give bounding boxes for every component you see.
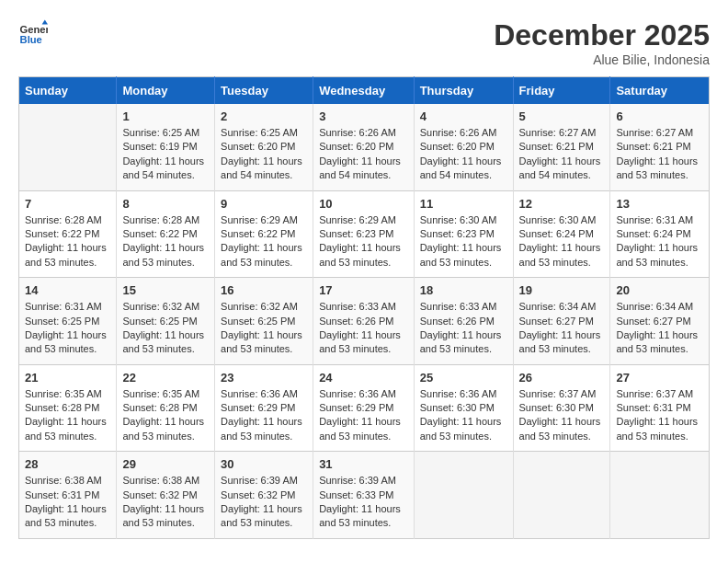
day-number: 7 — [25, 197, 110, 211]
calendar-week-row: 7Sunrise: 6:28 AM Sunset: 6:22 PM Daylig… — [19, 190, 710, 278]
calendar-cell: 9Sunrise: 6:29 AM Sunset: 6:22 PM Daylig… — [215, 190, 313, 278]
day-number: 13 — [616, 197, 703, 211]
calendar-cell: 17Sunrise: 6:33 AM Sunset: 6:26 PM Dayli… — [313, 278, 415, 365]
month-year-title: December 2025 — [494, 18, 710, 52]
header-sunday: Sunday — [19, 77, 117, 105]
header-friday: Friday — [513, 77, 610, 105]
calendar-cell: 20Sunrise: 6:34 AM Sunset: 6:27 PM Dayli… — [610, 278, 710, 365]
logo-icon: General Blue — [18, 18, 48, 48]
day-info: Sunrise: 6:26 AM Sunset: 6:20 PM Dayligh… — [420, 126, 507, 183]
day-info: Sunrise: 6:29 AM Sunset: 6:22 PM Dayligh… — [221, 213, 307, 270]
day-number: 3 — [319, 109, 408, 123]
day-number: 18 — [420, 283, 507, 297]
day-number: 24 — [319, 371, 408, 385]
calendar-cell: 26Sunrise: 6:37 AM Sunset: 6:30 PM Dayli… — [513, 364, 610, 452]
calendar-cell: 3Sunrise: 6:26 AM Sunset: 6:20 PM Daylig… — [313, 104, 415, 190]
calendar-cell: 23Sunrise: 6:36 AM Sunset: 6:29 PM Dayli… — [215, 364, 313, 452]
title-block: December 2025 Alue Bilie, Indonesia — [494, 18, 710, 67]
day-info: Sunrise: 6:36 AM Sunset: 6:29 PM Dayligh… — [221, 387, 307, 444]
day-info: Sunrise: 6:28 AM Sunset: 6:22 PM Dayligh… — [25, 213, 110, 270]
calendar-cell: 15Sunrise: 6:32 AM Sunset: 6:25 PM Dayli… — [117, 278, 215, 365]
day-number: 22 — [122, 371, 209, 385]
calendar-week-row: 28Sunrise: 6:38 AM Sunset: 6:31 PM Dayli… — [19, 452, 710, 539]
calendar-cell: 24Sunrise: 6:36 AM Sunset: 6:29 PM Dayli… — [313, 364, 415, 452]
svg-marker-2 — [42, 20, 48, 25]
day-info: Sunrise: 6:28 AM Sunset: 6:22 PM Dayligh… — [122, 213, 209, 270]
location-subtitle: Alue Bilie, Indonesia — [494, 52, 710, 67]
day-info: Sunrise: 6:26 AM Sunset: 6:20 PM Dayligh… — [319, 126, 408, 183]
day-number: 30 — [221, 457, 307, 471]
day-number: 23 — [221, 371, 307, 385]
day-number: 9 — [221, 197, 307, 211]
day-info: Sunrise: 6:33 AM Sunset: 6:26 PM Dayligh… — [319, 300, 408, 357]
day-number: 17 — [319, 283, 408, 297]
calendar-table: SundayMondayTuesdayWednesdayThursdayFrid… — [18, 76, 710, 539]
day-info: Sunrise: 6:25 AM Sunset: 6:20 PM Dayligh… — [221, 126, 307, 183]
day-number: 26 — [519, 371, 605, 385]
day-info: Sunrise: 6:27 AM Sunset: 6:21 PM Dayligh… — [616, 126, 703, 183]
day-number: 15 — [122, 283, 209, 297]
header-thursday: Thursday — [414, 77, 513, 105]
day-info: Sunrise: 6:25 AM Sunset: 6:19 PM Dayligh… — [122, 126, 209, 183]
calendar-cell: 5Sunrise: 6:27 AM Sunset: 6:21 PM Daylig… — [513, 104, 610, 190]
day-info: Sunrise: 6:37 AM Sunset: 6:30 PM Dayligh… — [519, 387, 605, 444]
calendar-cell: 2Sunrise: 6:25 AM Sunset: 6:20 PM Daylig… — [215, 104, 313, 190]
calendar-cell: 7Sunrise: 6:28 AM Sunset: 6:22 PM Daylig… — [19, 190, 117, 278]
day-info: Sunrise: 6:36 AM Sunset: 6:29 PM Dayligh… — [319, 387, 408, 444]
page-header: General Blue December 2025 Alue Bilie, I… — [18, 18, 710, 67]
calendar-cell: 13Sunrise: 6:31 AM Sunset: 6:24 PM Dayli… — [610, 190, 710, 278]
calendar-cell: 18Sunrise: 6:33 AM Sunset: 6:26 PM Dayli… — [414, 278, 513, 365]
calendar-cell: 1Sunrise: 6:25 AM Sunset: 6:19 PM Daylig… — [117, 104, 215, 190]
calendar-cell: 30Sunrise: 6:39 AM Sunset: 6:32 PM Dayli… — [215, 452, 313, 539]
header-saturday: Saturday — [610, 77, 710, 105]
day-info: Sunrise: 6:29 AM Sunset: 6:23 PM Dayligh… — [319, 213, 408, 270]
day-info: Sunrise: 6:35 AM Sunset: 6:28 PM Dayligh… — [122, 387, 209, 444]
day-info: Sunrise: 6:30 AM Sunset: 6:24 PM Dayligh… — [519, 213, 605, 270]
day-number: 8 — [122, 197, 209, 211]
day-info: Sunrise: 6:30 AM Sunset: 6:23 PM Dayligh… — [420, 213, 507, 270]
day-number: 31 — [319, 457, 408, 471]
day-number: 25 — [420, 371, 507, 385]
calendar-cell: 10Sunrise: 6:29 AM Sunset: 6:23 PM Dayli… — [313, 190, 415, 278]
day-number: 14 — [25, 283, 110, 297]
calendar-cell — [19, 104, 117, 190]
calendar-cell: 31Sunrise: 6:39 AM Sunset: 6:33 PM Dayli… — [313, 452, 415, 539]
day-number: 28 — [25, 457, 110, 471]
calendar-cell: 8Sunrise: 6:28 AM Sunset: 6:22 PM Daylig… — [117, 190, 215, 278]
calendar-cell: 29Sunrise: 6:38 AM Sunset: 6:32 PM Dayli… — [117, 452, 215, 539]
day-number: 29 — [122, 457, 209, 471]
day-number: 6 — [616, 109, 703, 123]
calendar-cell: 19Sunrise: 6:34 AM Sunset: 6:27 PM Dayli… — [513, 278, 610, 365]
day-number: 11 — [420, 197, 507, 211]
day-number: 21 — [25, 371, 110, 385]
day-number: 12 — [519, 197, 605, 211]
day-info: Sunrise: 6:38 AM Sunset: 6:32 PM Dayligh… — [122, 474, 209, 531]
day-info: Sunrise: 6:37 AM Sunset: 6:31 PM Dayligh… — [616, 387, 703, 444]
day-info: Sunrise: 6:32 AM Sunset: 6:25 PM Dayligh… — [122, 300, 209, 357]
calendar-cell: 11Sunrise: 6:30 AM Sunset: 6:23 PM Dayli… — [414, 190, 513, 278]
svg-text:Blue: Blue — [20, 34, 42, 45]
day-number: 5 — [519, 109, 605, 123]
header-tuesday: Tuesday — [215, 77, 313, 105]
header-wednesday: Wednesday — [313, 77, 415, 105]
calendar-cell: 14Sunrise: 6:31 AM Sunset: 6:25 PM Dayli… — [19, 278, 117, 365]
day-info: Sunrise: 6:39 AM Sunset: 6:32 PM Dayligh… — [221, 474, 307, 531]
day-number: 16 — [221, 283, 307, 297]
day-info: Sunrise: 6:34 AM Sunset: 6:27 PM Dayligh… — [616, 300, 703, 357]
day-info: Sunrise: 6:33 AM Sunset: 6:26 PM Dayligh… — [420, 300, 507, 357]
day-number: 1 — [122, 109, 209, 123]
calendar-cell: 12Sunrise: 6:30 AM Sunset: 6:24 PM Dayli… — [513, 190, 610, 278]
day-number: 27 — [616, 371, 703, 385]
calendar-cell: 16Sunrise: 6:32 AM Sunset: 6:25 PM Dayli… — [215, 278, 313, 365]
day-number: 4 — [420, 109, 507, 123]
calendar-cell: 27Sunrise: 6:37 AM Sunset: 6:31 PM Dayli… — [610, 364, 710, 452]
calendar-week-row: 1Sunrise: 6:25 AM Sunset: 6:19 PM Daylig… — [19, 104, 710, 190]
calendar-cell — [513, 452, 610, 539]
calendar-cell — [610, 452, 710, 539]
calendar-cell — [414, 452, 513, 539]
calendar-week-row: 14Sunrise: 6:31 AM Sunset: 6:25 PM Dayli… — [19, 278, 710, 365]
day-info: Sunrise: 6:27 AM Sunset: 6:21 PM Dayligh… — [519, 126, 605, 183]
day-info: Sunrise: 6:35 AM Sunset: 6:28 PM Dayligh… — [25, 387, 110, 444]
day-number: 19 — [519, 283, 605, 297]
calendar-header-row: SundayMondayTuesdayWednesdayThursdayFrid… — [19, 77, 710, 105]
